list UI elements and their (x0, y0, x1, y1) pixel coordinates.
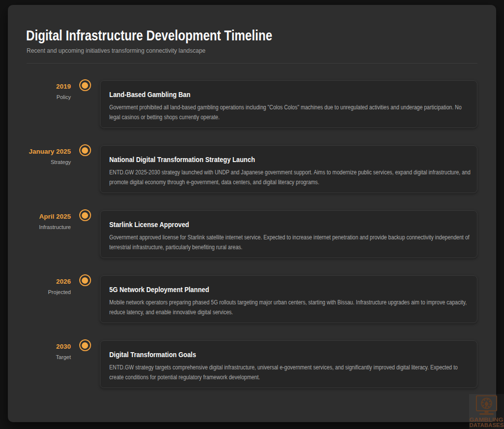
svg-text:DATABASES: DATABASES (470, 422, 504, 428)
